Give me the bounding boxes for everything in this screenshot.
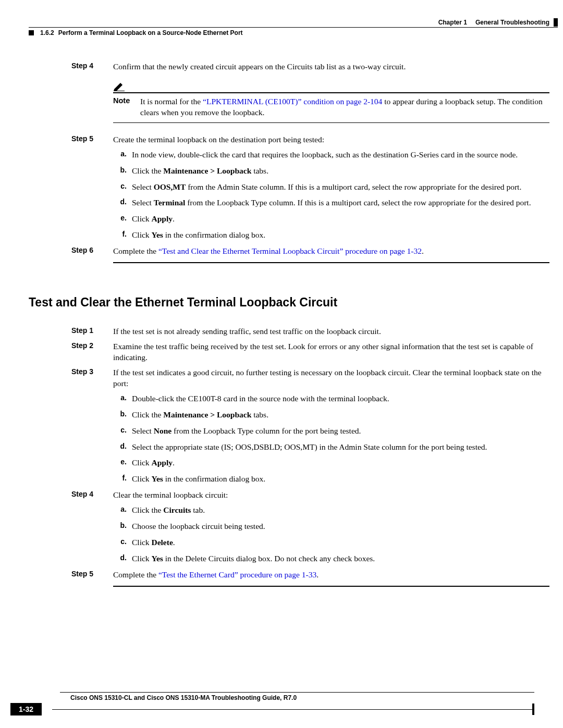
footer-row: 1-32 — [10, 703, 534, 715]
page-footer: Cisco ONS 15310-CL and Cisco ONS 15310-M… — [10, 692, 534, 715]
bold: Apply — [151, 458, 173, 467]
t: Select — [132, 426, 154, 435]
t: in the confirmation dialog box. — [163, 474, 265, 483]
bold: None — [154, 426, 172, 435]
t: in the confirmation dialog box. — [163, 230, 265, 239]
heading-2: Test and Clear the Ethernet Terminal Loo… — [29, 295, 549, 310]
header-rule — [29, 27, 558, 28]
xref-link[interactable]: “Test and Clear the Ethernet Terminal Lo… — [158, 246, 422, 255]
substep-e: e. Click Apply. — [113, 214, 549, 225]
substep-c: c. Select OOS,MT from the Admin State co… — [113, 182, 549, 193]
step-body: Examine the test traffic being received … — [113, 341, 549, 363]
substep-label: b. — [113, 410, 127, 421]
t: . — [173, 538, 175, 547]
substep-a: a. Double-click the CE100T-8 card in the… — [113, 393, 549, 404]
page-content: Step 4 Confirm that the newly created ci… — [29, 61, 549, 587]
substep-label: f. — [113, 230, 127, 241]
step-body: Clear the terminal loopback circuit: — [113, 490, 549, 501]
note-link[interactable]: “LPKTERMINAL (CE100T)” condition on page… — [203, 97, 382, 106]
note-row: Note It is normal for the “LPKTERMINAL (… — [113, 96, 549, 118]
note-rule-top — [113, 92, 549, 93]
step-label: Step 5 — [71, 570, 113, 578]
t: from the Admin State column. If this is … — [186, 182, 521, 191]
substep-d: d. Click Yes in the Delete Circuits dial… — [113, 553, 549, 564]
substep-label: d. — [113, 553, 127, 564]
page: Chapter 1 General Troubleshooting 1.6.2 … — [0, 0, 563, 728]
substep-d: d. Select Terminal from the Loopback Typ… — [113, 198, 549, 208]
step-row: Step 1 If the test set is not already se… — [29, 326, 549, 337]
substep-label: f. — [113, 474, 127, 485]
step-body: Complete the “Test and Clear the Etherne… — [113, 246, 549, 257]
substep-c: c. Select None from the Loopback Type co… — [113, 426, 549, 437]
substep-body: Double-click the CE100T-8 card in the so… — [132, 393, 549, 404]
substep-body: Select Terminal from the Loopback Type c… — [132, 198, 549, 208]
t: Click the — [132, 505, 163, 514]
substep-label: a. — [113, 393, 127, 404]
xref-link[interactable]: “Test the Ethernet Card” procedure on pa… — [158, 570, 316, 579]
substep-body: Select OOS,MT from the Admin State colum… — [132, 182, 549, 193]
footer-end-mark — [532, 704, 534, 715]
bold: Maintenance > Loopback — [163, 410, 251, 419]
substep-label: b. — [113, 521, 127, 532]
t: . — [173, 214, 175, 223]
step-label: Step 2 — [71, 341, 113, 350]
note-label: Note — [113, 96, 140, 118]
substep-label: d. — [113, 442, 127, 453]
note-rule-bottom — [113, 122, 549, 123]
step-row: Step 6 Complete the “Test and Clear the … — [29, 246, 549, 257]
t: Click — [132, 458, 151, 467]
substep-body: Choose the loopback circuit being tested… — [132, 521, 549, 532]
section-square-icon — [29, 30, 34, 35]
substep-b: b. Choose the loopback circuit being tes… — [113, 521, 549, 532]
footer-title: Cisco ONS 15310-CL and Cisco ONS 15310-M… — [70, 693, 534, 703]
note-block: Note It is normal for the “LPKTERMINAL (… — [113, 82, 549, 123]
substep-d: d. Select the appropriate state (IS; OOS… — [113, 442, 549, 453]
substep-label: c. — [113, 426, 127, 437]
t: from the Loopback Type column for the po… — [172, 426, 361, 435]
chapter-label: Chapter 1 — [438, 19, 467, 26]
bold: Apply — [151, 214, 173, 223]
t: Select — [132, 198, 154, 207]
t: . — [422, 246, 424, 255]
footer-rule — [52, 709, 532, 710]
bold: Maintenance > Loopback — [163, 166, 251, 175]
chapter-title: General Troubleshooting — [475, 19, 549, 26]
substeps: a. In node view, double-click the card t… — [113, 150, 549, 241]
t: . — [173, 458, 175, 467]
t: tabs. — [251, 166, 268, 175]
step-row: Step 4 Confirm that the newly created ci… — [29, 61, 549, 72]
substeps: a. Click the Circuits tab. b. Choose the… — [113, 505, 549, 564]
note-text: It is normal for the “LPKTERMINAL (CE100… — [140, 96, 549, 118]
step-row: Step 5 Complete the “Test the Ethernet C… — [29, 570, 549, 581]
t: Click — [132, 538, 151, 547]
substep-b: b. Click the Maintenance > Loopback tabs… — [113, 410, 549, 421]
running-header: Chapter 1 General Troubleshooting — [29, 18, 558, 27]
t: Click — [132, 554, 151, 563]
section-number: 1.6.2 — [40, 29, 54, 36]
t: Complete the — [113, 246, 158, 255]
pencil-icon — [113, 82, 549, 91]
bold: Yes — [151, 554, 163, 563]
step-body: Create the terminal loopback on the dest… — [113, 134, 549, 145]
step-label: Step 1 — [71, 326, 113, 335]
t: Complete the — [113, 570, 158, 579]
note-pre: It is normal for the — [140, 97, 203, 106]
t: from the Loopback Type column. If this i… — [185, 198, 531, 207]
substep-b: b. Click the Maintenance > Loopback tabs… — [113, 166, 549, 177]
substep-body: Click Delete. — [132, 537, 549, 548]
step-body: Complete the “Test the Ethernet Card” pr… — [113, 570, 549, 581]
substep-e: e. Click Apply. — [113, 458, 549, 468]
substep-f: f. Click Yes in the confirmation dialog … — [113, 474, 549, 485]
substep-label: e. — [113, 458, 127, 468]
t: in the Delete Circuits dialog box. Do no… — [163, 554, 375, 563]
substep-label: c. — [113, 537, 127, 548]
substep-body: Click the Maintenance > Loopback tabs. — [132, 410, 549, 421]
bold: Delete — [151, 538, 173, 547]
step-label: Step 5 — [71, 134, 113, 143]
substep-body: Select the appropriate state (IS; OOS,DS… — [132, 442, 549, 453]
t: Click the — [132, 410, 163, 419]
substep-label: a. — [113, 505, 127, 516]
step-row: Step 5 Create the terminal loopback on t… — [29, 134, 549, 145]
bold: Yes — [151, 230, 163, 239]
substep-a: a. In node view, double-click the card t… — [113, 150, 549, 161]
